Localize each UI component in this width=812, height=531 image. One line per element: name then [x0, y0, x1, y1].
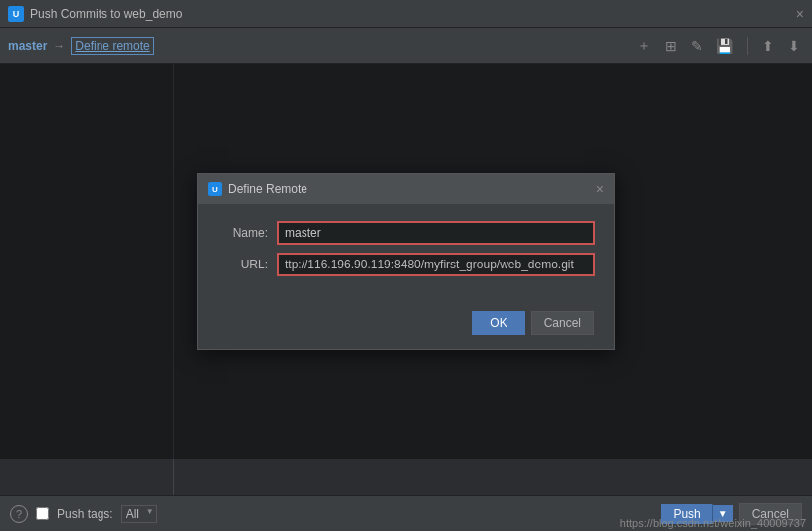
grid-button[interactable]: ⊞ — [661, 36, 681, 56]
name-label: Name: — [218, 226, 278, 240]
modal-buttons: OK Cancel — [198, 303, 614, 349]
name-row: Name: — [218, 222, 594, 244]
toolbar: master → Define remote ＋ ⊞ ✎ 💾 ⬆ ⬇ — [0, 28, 812, 64]
modal-title-bar: U Define Remote × — [198, 174, 614, 204]
edit-button[interactable]: ✎ — [687, 36, 707, 56]
tags-dropdown-wrapper[interactable]: All — [121, 505, 157, 523]
name-input[interactable] — [278, 222, 594, 244]
bottom-left: ? Push tags: All — [10, 505, 157, 523]
help-button[interactable]: ? — [10, 505, 28, 523]
arrow-separator: → — [53, 39, 65, 53]
branch-name: master — [8, 39, 47, 53]
separator — [747, 37, 748, 55]
title-bar-text: Push Commits to web_demo — [30, 7, 182, 21]
add-button[interactable]: ＋ — [633, 35, 655, 57]
title-bar: U Push Commits to web_demo × — [0, 0, 812, 28]
url-row: URL: — [218, 254, 594, 275]
tags-dropdown[interactable]: All — [121, 505, 157, 523]
define-remote-dialog: U Define Remote × Name: URL: — [197, 173, 615, 350]
modal-close-button[interactable]: × — [596, 181, 604, 197]
modal-app-icon: U — [208, 182, 222, 196]
save-button[interactable]: 💾 — [712, 36, 737, 56]
modal-body: Name: URL: — [198, 204, 614, 303]
push-tags-label: Push tags: — [57, 507, 113, 521]
title-bar-left: U Push Commits to web_demo — [8, 6, 182, 22]
sort-up-button[interactable]: ⬆ — [758, 36, 778, 56]
url-label: URL: — [218, 258, 278, 271]
modal-title-text: Define Remote — [228, 182, 307, 196]
bottom-url: https://blog.csdn.net/weixin_40009737 — [614, 515, 812, 531]
modal-cancel-button[interactable]: Cancel — [531, 311, 594, 335]
main-content: U Define Remote × Name: URL: — [0, 64, 812, 495]
ok-button[interactable]: OK — [472, 311, 524, 335]
bottom-bar: ? Push tags: All Push ▼ Cancel https://b… — [0, 495, 812, 531]
url-input[interactable] — [278, 254, 594, 275]
window-close-button[interactable]: × — [796, 7, 804, 21]
toolbar-right: ＋ ⊞ ✎ 💾 ⬆ ⬇ — [633, 35, 804, 57]
app-icon: U — [8, 6, 24, 22]
toolbar-left: master → Define remote — [8, 37, 154, 55]
modal-overlay: U Define Remote × Name: URL: — [0, 64, 812, 459]
define-remote-link[interactable]: Define remote — [71, 37, 153, 55]
sort-down-button[interactable]: ⬇ — [784, 36, 804, 56]
push-tags-checkbox[interactable] — [36, 507, 49, 520]
modal-title-left: U Define Remote — [208, 182, 307, 196]
